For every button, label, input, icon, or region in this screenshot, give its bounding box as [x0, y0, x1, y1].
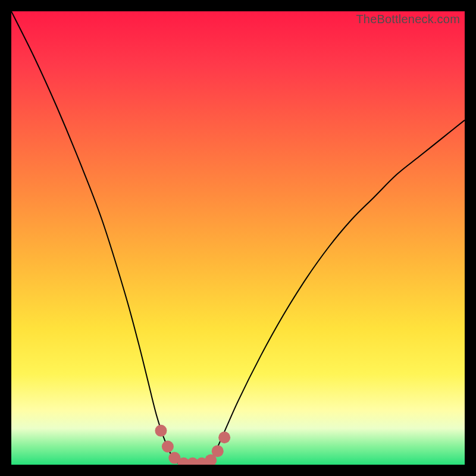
plot-area: TheBottleneck.com	[11, 11, 465, 465]
trough-marker	[155, 425, 167, 437]
trough-marker	[218, 431, 230, 443]
chart-frame: TheBottleneck.com	[0, 0, 476, 476]
trough-marker	[212, 445, 224, 457]
curve-layer	[11, 11, 465, 465]
bottleneck-curve	[11, 11, 465, 465]
trough-marker	[162, 441, 174, 453]
